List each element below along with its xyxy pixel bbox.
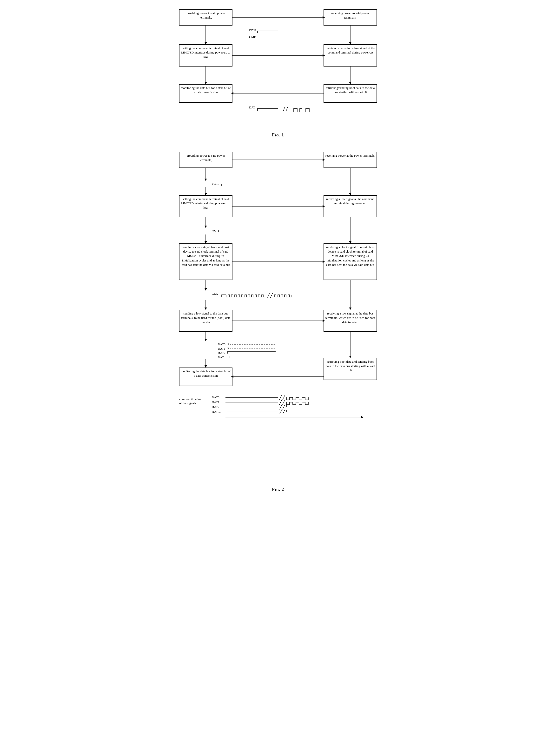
f2-dat2-label1: DAT2 xyxy=(218,351,225,355)
svg-marker-12 xyxy=(349,82,351,84)
svg-marker-56 xyxy=(349,308,351,310)
svg-line-37 xyxy=(270,293,273,298)
svg-line-79 xyxy=(283,405,285,409)
f1-l3-text: monitoring the data bus for a start bit … xyxy=(180,85,232,96)
svg-marker-84 xyxy=(361,416,363,418)
svg-marker-46 xyxy=(205,365,207,368)
svg-marker-53 xyxy=(349,241,351,244)
fig2-title: Fig. 2 xyxy=(174,487,382,492)
svg-line-72 xyxy=(279,395,282,400)
f2-datn-label2: DAT.... xyxy=(212,410,221,414)
f1-cmd-label: CMD xyxy=(249,35,256,39)
svg-marker-50 xyxy=(349,193,351,196)
f2-r3-text: receiving a clock signal from said host … xyxy=(324,244,376,268)
svg-marker-9 xyxy=(349,42,351,44)
f2-dat1-label2: DAT1 xyxy=(212,400,219,404)
svg-line-78 xyxy=(279,405,282,409)
svg-line-73 xyxy=(283,395,285,400)
svg-marker-25 xyxy=(205,179,207,181)
f1-r3-text: retrieving/sending boot data to the data… xyxy=(324,85,376,96)
f2-l1-text: providing power to said power terminals, xyxy=(180,152,232,163)
svg-marker-42 xyxy=(205,339,207,341)
svg-line-21 xyxy=(283,106,285,112)
f2-r1-text: receiving power at the power terminals, xyxy=(324,152,376,159)
f2-l3-text: sending a clock signal from said host de… xyxy=(180,244,232,268)
f2-dat1-x: X xyxy=(228,347,229,350)
svg-marker-59 xyxy=(349,356,351,358)
f2-l2-text: setting the command terminal of said MMC… xyxy=(180,196,232,211)
f2-r4-text: receiving a low signal at the data bus t… xyxy=(324,310,376,325)
figure-2-container: providing power to said power terminals,… xyxy=(174,147,382,492)
svg-line-75 xyxy=(279,400,282,405)
f1-r2-text: receiving / detecting a low signal at th… xyxy=(324,45,376,56)
svg-marker-27 xyxy=(205,193,207,196)
figure-1-container: providing power to said power terminals,… xyxy=(174,5,382,138)
fig2-svg: providing power to said power terminals,… xyxy=(174,147,382,485)
f1-r1-text: receiving power to said power terminals, xyxy=(324,10,376,21)
svg-marker-32 xyxy=(205,241,207,244)
f2-dat0-label2: DAT0 xyxy=(212,396,219,399)
svg-marker-30 xyxy=(205,226,207,228)
f2-dat1-label1: DAT1 xyxy=(218,347,225,350)
f2-cmd-label: CMD xyxy=(212,229,219,233)
f1-cmd-x: X xyxy=(258,35,260,38)
fig2-diagram: providing power to said power terminals,… xyxy=(174,147,382,485)
f1-l2-text: setting the command terminal of said MMC… xyxy=(180,45,232,60)
svg-marker-39 xyxy=(205,308,207,310)
f2-r5-text: retrieving boot data and sending boot da… xyxy=(324,358,376,374)
svg-line-22 xyxy=(286,106,288,112)
svg-marker-2 xyxy=(205,42,207,44)
svg-marker-5 xyxy=(205,82,207,84)
f2-clk-label: CLK xyxy=(212,292,218,296)
svg-line-36 xyxy=(267,293,270,298)
svg-line-82 xyxy=(283,409,285,414)
f2-datn-label1: DAT.... xyxy=(218,355,227,359)
f2-dat0-x: X xyxy=(228,343,229,345)
svg-line-76 xyxy=(283,400,285,405)
f2-timeline-label2: of the signals xyxy=(179,401,196,405)
f2-dat0-label1: DAT0 xyxy=(218,342,225,346)
f2-timeline-label: common timeline xyxy=(179,398,201,401)
f2-l5-text: monitoring the data bus for a start bit … xyxy=(180,368,232,379)
f2-pwr-label: PWR xyxy=(212,182,219,185)
f2-l4-text: sending a low signal to the data bus ter… xyxy=(180,310,232,325)
f2-r2-text: receiving a low signal at the command te… xyxy=(324,196,376,207)
f1-dat-label: DAT xyxy=(249,106,255,109)
f1-pwr-label: PWR xyxy=(249,28,256,32)
fig1-svg: providing power to said power terminals,… xyxy=(174,5,382,130)
svg-line-81 xyxy=(279,409,282,414)
f1-l1-text: providing power to said power terminals, xyxy=(180,10,232,21)
fig1-diagram: providing power to said power terminals,… xyxy=(174,5,382,130)
fig1-title: Fig. 1 xyxy=(174,133,382,138)
svg-marker-35 xyxy=(205,288,207,290)
f2-dat2-label2: DAT2 xyxy=(212,405,219,409)
